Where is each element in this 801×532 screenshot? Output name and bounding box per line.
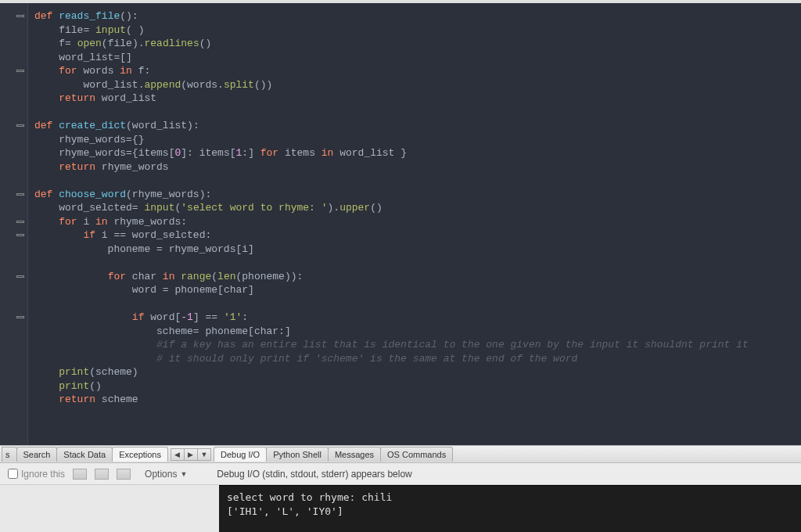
code-area[interactable]: def reads_file(): file= input( ) f= open…	[28, 3, 801, 445]
options-label: Options	[145, 469, 177, 480]
code-line: if i == word_selcted:	[34, 228, 801, 243]
code-line: def reads_file():	[34, 9, 801, 23]
debug-console[interactable]: select word to rhyme: chili ['IH1', 'L',…	[219, 485, 801, 532]
code-line: print()	[34, 379, 801, 394]
options-button[interactable]: Options ▼	[138, 467, 193, 481]
fold-marker	[0, 23, 27, 38]
fold-dash-icon	[16, 70, 24, 72]
mini-button-3[interactable]	[117, 469, 131, 480]
code-line: return scheme	[34, 393, 801, 407]
tab-prev-button[interactable]: ◀	[171, 448, 185, 461]
fold-dash-icon	[16, 316, 24, 318]
fold-marker	[0, 243, 27, 257]
code-line: #if a key has an entire list that is ide…	[34, 338, 801, 352]
fold-marker[interactable]	[0, 311, 27, 325]
fold-marker	[0, 78, 27, 92]
tab-messages[interactable]: Messages	[328, 447, 381, 462]
tab-python-shell[interactable]: Python Shell	[266, 447, 329, 462]
fold-marker[interactable]	[0, 270, 27, 284]
fold-gutter	[0, 3, 28, 445]
fold-dash-icon	[16, 275, 24, 278]
options-row: Ignore this Options ▼ Debug I/O (stdin, …	[0, 463, 801, 485]
fold-marker	[0, 256, 27, 270]
fold-marker[interactable]	[0, 215, 27, 229]
code-line: if word[-1] == '1':	[34, 311, 801, 325]
code-line: # it should only print if 'scheme' is th…	[34, 352, 801, 366]
code-line: for i in rhyme_words:	[34, 215, 801, 229]
fold-marker	[0, 338, 27, 352]
code-line	[34, 174, 801, 188]
code-line: return word_list	[34, 92, 801, 106]
code-line: word = phoneme[char]	[34, 283, 801, 297]
code-line: f= open(file).readlines()	[34, 37, 801, 51]
mini-button-2[interactable]	[95, 469, 109, 480]
tab-nav-arrows: ◀ ▶ ▼	[171, 448, 210, 461]
fold-dash-icon	[16, 124, 24, 127]
code-line: print(scheme)	[34, 365, 801, 379]
fold-marker	[0, 160, 27, 174]
fold-marker	[0, 297, 27, 311]
code-line: rhyme_words={items[0]: items[1:] for ite…	[34, 146, 801, 160]
fold-marker	[0, 352, 27, 366]
fold-dash-icon	[16, 221, 24, 223]
fold-marker	[0, 325, 27, 339]
fold-marker[interactable]	[0, 9, 27, 23]
code-line: word_list.append(words.split())	[34, 78, 801, 92]
code-line: return rhyme_words	[34, 160, 801, 174]
debug-io-description: Debug I/O (stdin, stdout, stderr) appear…	[217, 469, 411, 480]
mini-button-1[interactable]	[73, 469, 87, 480]
tabs-row: s Search Stack Data Exceptions ◀ ▶ ▼ Deb…	[0, 446, 801, 463]
ignore-label: Ignore this	[21, 469, 65, 480]
tab-exceptions[interactable]: Exceptions	[112, 447, 168, 462]
code-line: file= input( )	[34, 23, 801, 38]
chevron-down-icon: ▼	[180, 470, 187, 478]
tab-cut[interactable]: s	[2, 447, 17, 462]
fold-marker	[0, 365, 27, 379]
tab-next-button[interactable]: ▶	[184, 448, 198, 461]
fold-marker	[0, 283, 27, 297]
console-line-1: select word to rhyme: chili	[227, 491, 392, 503]
code-line	[34, 256, 801, 270]
code-line	[34, 106, 801, 120]
code-line: def choose_word(rhyme_words):	[34, 188, 801, 202]
fold-marker	[0, 146, 27, 160]
ignore-checkbox-input[interactable]	[8, 469, 18, 479]
code-line: word_list=[]	[34, 51, 801, 65]
code-line: scheme= phoneme[char:]	[34, 325, 801, 339]
fold-marker	[0, 92, 27, 106]
tab-stack-data[interactable]: Stack Data	[56, 447, 113, 462]
code-line: for words in f:	[34, 64, 801, 78]
fold-marker[interactable]	[0, 64, 27, 78]
fold-marker	[0, 201, 27, 215]
code-line: rhyme_words={}	[34, 133, 801, 147]
code-editor: def reads_file(): file= input( ) f= open…	[0, 0, 801, 445]
tab-debug-io[interactable]: Debug I/O	[214, 447, 267, 462]
fold-marker[interactable]	[0, 119, 27, 133]
fold-marker	[0, 51, 27, 65]
fold-marker	[0, 379, 27, 394]
fold-marker	[0, 174, 27, 188]
fold-marker[interactable]	[0, 188, 27, 202]
fold-marker	[0, 106, 27, 120]
ignore-this-checkbox[interactable]: Ignore this	[8, 469, 65, 480]
code-line: for char in range(len(phoneme)):	[34, 270, 801, 284]
code-line	[34, 297, 801, 311]
fold-dash-icon	[16, 15, 24, 17]
bottom-panel: s Search Stack Data Exceptions ◀ ▶ ▼ Deb…	[0, 445, 801, 532]
tab-os-commands[interactable]: OS Commands	[380, 447, 453, 462]
console-line-2: ['IH1', 'L', 'IY0']	[227, 505, 343, 517]
code-line: def create_dict(word_list):	[34, 119, 801, 133]
code-line: word_selcted= input('select word to rhym…	[34, 201, 801, 215]
fold-dash-icon	[16, 234, 24, 236]
fold-marker	[0, 133, 27, 147]
tab-search[interactable]: Search	[16, 447, 58, 462]
fold-marker[interactable]	[0, 228, 27, 243]
fold-dash-icon	[16, 193, 24, 196]
fold-marker	[0, 37, 27, 51]
tab-dropdown-button[interactable]: ▼	[197, 448, 211, 461]
code-line: phoneme = rhyme_words[i]	[34, 243, 801, 257]
fold-marker	[0, 393, 27, 407]
